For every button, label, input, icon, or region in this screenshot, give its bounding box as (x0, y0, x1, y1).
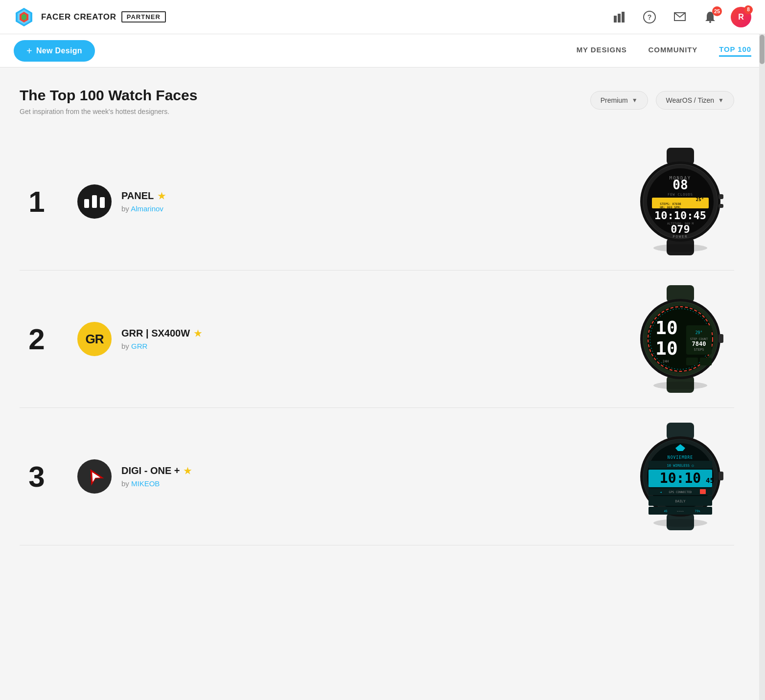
watch-image-1: MONDAY 08 FEW CLOUDS STEPS: 07698 25° HR… (626, 148, 734, 255)
watch-row-left-1: 1 PANEL ★ by Almarinov (20, 184, 165, 219)
svg-rect-16 (719, 204, 723, 208)
face-name-3: DIGI - ONE + ★ (121, 465, 191, 476)
new-design-label: New Design (36, 46, 82, 55)
avatar-arrow-icon (82, 464, 107, 489)
svg-text:10: 10 (655, 338, 678, 359)
svg-rect-54 (719, 472, 723, 480)
star-icon-2: ★ (194, 328, 202, 339)
messages-icon (673, 11, 686, 23)
svg-rect-15 (719, 194, 723, 199)
page-subtitle: Get inspiration from the week's hottest … (20, 108, 197, 115)
scrollbar-thumb[interactable] (760, 35, 765, 64)
watch-face-svg-3: NOVIEMBRE 10 WIRELESS ○ 10:10 45 ◄ GPS C… (631, 423, 729, 530)
face-meta-2: GRR | SX400W ★ by GRR (121, 328, 202, 350)
svg-text:45: 45 (664, 509, 668, 513)
face-avatar-1 (77, 184, 112, 219)
facer-logo-icon (14, 7, 34, 27)
watch-row-left-2: 2 GR GRR | SX400W ★ by GRR (20, 322, 202, 356)
watch-image-2: 10 10 29° STEP COUNT 7840 STEPS 24H (626, 285, 734, 393)
watch-face-svg-2: 10 10 29° STEP COUNT 7840 STEPS 24H (631, 285, 729, 393)
app-header: FACER CREATOR PARTNER ? (0, 0, 765, 34)
new-design-button[interactable]: + New Design (14, 40, 95, 62)
svg-text:45: 45 (706, 476, 714, 484)
nav-my-designs[interactable]: MY DESIGNS (577, 45, 627, 56)
star-icon-1: ★ (158, 191, 165, 202)
svg-text:10  WIRELESS  ○: 10 WIRELESS ○ (667, 464, 695, 468)
avatar-badge-count: 8 (744, 5, 753, 14)
svg-text:7840: 7840 (692, 340, 706, 347)
svg-rect-4 (614, 16, 617, 23)
svg-text:10: 10 (655, 317, 678, 339)
filter-row: Premium ▼ WearOS / Tizen ▼ (590, 91, 734, 110)
avatar-grr-icon: GR (86, 332, 104, 347)
svg-text:FEW CLOUDS: FEW CLOUDS (668, 193, 693, 197)
svg-text:24H: 24H (663, 360, 669, 363)
svg-text:STEPS: 07698: STEPS: 07698 (660, 202, 681, 205)
page-title-block: The Top 100 Watch Faces Get inspiration … (20, 87, 197, 115)
face-avatar-2: GR (77, 322, 112, 356)
messages-icon-btn[interactable] (670, 7, 690, 27)
face-name-2: GRR | SX400W ★ (121, 328, 202, 339)
svg-text:10:10:45: 10:10:45 (654, 209, 706, 222)
svg-text:10:10: 10:10 (660, 470, 701, 486)
rank-number-2: 2 (20, 322, 54, 356)
filter-platform-btn[interactable]: WearOS / Tizen ▼ (656, 91, 734, 110)
author-link-2[interactable]: GRR (131, 342, 147, 350)
face-title-3: DIGI - ONE + (121, 465, 180, 476)
bar-2 (92, 195, 97, 208)
notification-badge: 25 (712, 6, 722, 16)
svg-rect-46 (686, 358, 698, 365)
watch-image-3: NOVIEMBRE 10 WIRELESS ○ 10:10 45 ◄ GPS C… (626, 423, 734, 530)
watch-row-1[interactable]: 1 PANEL ★ by Almarinov (20, 133, 734, 271)
face-author-2: by GRR (121, 342, 202, 350)
face-title-1: PANEL (121, 190, 154, 202)
analytics-icon-btn[interactable] (609, 7, 629, 27)
svg-text:08: 08 (672, 178, 688, 192)
page-header: The Top 100 Watch Faces Get inspiration … (20, 87, 734, 115)
face-info-1: PANEL ★ by Almarinov (77, 184, 165, 219)
face-title-2: GRR | SX400W (121, 328, 190, 339)
page-title: The Top 100 Watch Faces (20, 87, 197, 104)
svg-text:POWER: POWER (672, 235, 688, 239)
filter-premium-btn[interactable]: Premium ▼ (590, 91, 648, 110)
svg-text:HR: 069  SPM:: HR: 069 SPM: (660, 205, 681, 209)
avatar-bars-icon (77, 187, 112, 216)
filter-premium-label: Premium (601, 96, 628, 104)
svg-rect-5 (618, 14, 621, 23)
svg-text:NOVIEMBRE: NOVIEMBRE (668, 455, 693, 460)
avatar-initial: R (738, 13, 744, 22)
notifications-icon-btn[interactable]: 25 (700, 7, 720, 27)
analytics-icon (613, 11, 626, 23)
svg-rect-6 (622, 12, 625, 23)
svg-rect-47 (700, 358, 712, 365)
main-nav: MY DESIGNS COMMUNITY TOP 100 (577, 45, 751, 57)
user-avatar-btn[interactable]: R 8 (731, 7, 751, 27)
svg-text:079: 079 (671, 223, 690, 235)
nav-community[interactable]: COMMUNITY (649, 45, 698, 56)
watch-row-left-3: 3 DIGI - ONE + ★ by MIKEO (20, 459, 191, 494)
header-logo-group: FACER CREATOR PARTNER (14, 7, 166, 27)
face-avatar-3 (77, 459, 112, 494)
svg-text:~~~~: ~~~~ (677, 509, 684, 513)
toolbar: + New Design MY DESIGNS COMMUNITY TOP 10… (0, 34, 765, 68)
help-icon-btn[interactable]: ? (640, 7, 659, 27)
scrollbar-track[interactable] (759, 34, 765, 700)
bar-1 (84, 199, 89, 208)
svg-text:STEP COUNT: STEP COUNT (690, 337, 708, 340)
watch-face-svg-1: MONDAY 08 FEW CLOUDS STEPS: 07698 25° HR… (631, 148, 729, 255)
svg-text:75%: 75% (695, 509, 700, 513)
author-link-3[interactable]: MIKEOB (131, 479, 160, 488)
logo-facer-creator: FACER CREATOR (41, 12, 116, 22)
nav-top100[interactable]: TOP 100 (719, 45, 751, 57)
svg-text:DAILY: DAILY (675, 499, 686, 503)
chevron-down-icon: ▼ (632, 97, 638, 104)
svg-text:25°: 25° (696, 197, 704, 202)
face-info-3: DIGI - ONE + ★ by MIKEOB (77, 459, 191, 494)
author-link-1[interactable]: Almarinov (131, 204, 163, 213)
svg-point-51 (653, 519, 707, 527)
face-name-1: PANEL ★ (121, 190, 165, 202)
watch-row-2[interactable]: 2 GR GRR | SX400W ★ by GRR (20, 271, 734, 408)
rank-number-1: 1 (20, 185, 54, 219)
watch-row-3[interactable]: 3 DIGI - ONE + ★ by MIKEO (20, 408, 734, 545)
main-content: The Top 100 Watch Faces Get inspiration … (0, 68, 754, 565)
